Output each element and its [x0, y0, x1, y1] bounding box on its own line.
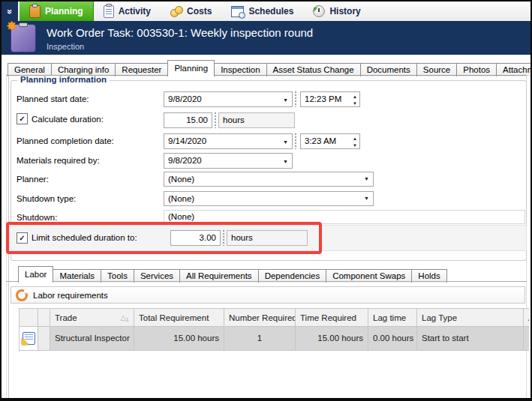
row-cell-lag-type[interactable]: Start to start	[417, 327, 524, 351]
tab-labor[interactable]: Labor	[18, 266, 53, 283]
calculate-duration-label: Calculate duration:	[32, 115, 104, 124]
edit-record-icon	[23, 332, 35, 345]
calculate-duration-value[interactable]: 15.00	[164, 112, 212, 128]
chevron-down-icon[interactable]: ▼	[283, 154, 288, 168]
planned-completion-date-label: Planned completion date:	[17, 136, 114, 145]
page-title: Work Order Task: 003530-1: Weekly inspec…	[47, 26, 313, 39]
toolbar-tab-label: Planning	[45, 6, 83, 16]
shutdown-type-select[interactable]: (None) ▼	[164, 191, 374, 206]
page-subtitle: Inspection	[47, 42, 84, 51]
shutdown-field[interactable]: (None)	[164, 210, 525, 224]
column-header-number-required[interactable]: Number Required	[224, 308, 296, 327]
spinner-up-icon: ▲	[353, 135, 357, 142]
spinner-down-icon: ▼	[353, 100, 357, 106]
toolbar-tab-history[interactable]: History	[303, 1, 370, 21]
planned-start-time-input[interactable]: 12:23 PM ▲▼	[300, 91, 360, 107]
row-cell-partial	[524, 327, 529, 351]
schedule-table-icon	[231, 6, 244, 17]
splitter-grip[interactable]	[295, 91, 296, 107]
row-cell-total-requirement[interactable]: 15.00 hours	[134, 327, 224, 351]
column-header-lag-type[interactable]: Lag Type	[417, 308, 524, 327]
toolbar-tab-label: Schedules	[248, 6, 293, 16]
column-header-total-requirement[interactable]: Total Requirement	[134, 308, 224, 327]
limit-duration-label: Limit scheduled duration to:	[32, 233, 137, 242]
spinner-down-icon: ▼	[353, 142, 357, 148]
materials-required-label: Materials required by:	[17, 156, 100, 165]
title-band: ✸ Work Order Task: 003530-1: Weekly insp…	[2, 21, 530, 55]
toolbar-tab-label: History	[329, 6, 360, 16]
splitter-grip[interactable]	[215, 112, 216, 128]
starburst-icon: ✸	[6, 18, 17, 34]
planned-start-date-input[interactable]: 9/8/2020 ▼	[164, 91, 293, 107]
checkbox-check-icon: ✓	[19, 234, 25, 242]
time-spinner[interactable]: ▲▼	[353, 135, 357, 148]
planned-completion-time-input[interactable]: 3:23 AM ▲▼	[300, 133, 360, 149]
column-header-time-required[interactable]: Time Required	[296, 308, 368, 327]
row-cell-icon[interactable]	[20, 327, 38, 351]
materials-required-date-input[interactable]: 9/8/2020 ▼	[164, 153, 293, 169]
shutdown-label: Shutdown:	[17, 213, 57, 222]
column-header-partial[interactable]: A	[524, 308, 529, 327]
limit-duration-checkbox[interactable]: ✓	[17, 232, 28, 244]
column-header-indicator[interactable]	[38, 308, 50, 327]
labor-table: △1 Trade Total Requirement Number Requir…	[19, 308, 529, 352]
planned-completion-date-input[interactable]: 9/14/2020 ▼	[164, 133, 293, 149]
table-header-row: △1 Trade Total Requirement Number Requir…	[20, 308, 529, 327]
calculate-duration-unit: hours	[218, 112, 295, 128]
row-cell-time-required[interactable]: 15.00 hours	[296, 327, 368, 351]
requirements-tab-strip: Labor Materials Tools Services All Requi…	[18, 264, 446, 283]
collapse-chevron-icon: »	[5, 9, 15, 13]
planned-start-date-label: Planned start date:	[17, 94, 89, 103]
clipboard-icon	[29, 5, 41, 18]
tab-page-border	[6, 75, 527, 76]
work-order-badge-icon: ✸	[11, 24, 36, 52]
limit-duration-unit: hours	[227, 230, 308, 246]
column-header-row-selector[interactable]	[20, 308, 38, 327]
panel-border-left-outer	[6, 73, 7, 398]
row-cell-trade[interactable]: Structural Inspector	[50, 327, 134, 351]
activity-clipboard-icon	[104, 5, 114, 18]
row-cell-lag-time[interactable]: 0.00 hours	[368, 327, 417, 351]
toolbar-tab-label: Activity	[119, 6, 151, 16]
limit-duration-value[interactable]: 3.00	[170, 230, 221, 246]
labor-requirements-title: Labor requirements	[33, 291, 108, 300]
tab-planning[interactable]: Planning	[167, 60, 215, 76]
toolbar-tab-costs[interactable]: Costs	[161, 1, 221, 21]
chevron-down-icon[interactable]: ▼	[364, 192, 369, 205]
row-cell-indicator	[38, 327, 50, 351]
coins-icon	[170, 6, 182, 16]
chevron-down-icon[interactable]: ▼	[364, 172, 369, 186]
main-tab-strip: General Charging info Requester Planning…	[8, 60, 532, 76]
toolbar-tab-schedules[interactable]: Schedules	[221, 1, 303, 21]
requirements-page-border	[6, 281, 527, 282]
app-window: » Planning Activity Costs Schedules Hist…	[0, 0, 532, 401]
planner-label: Planner:	[17, 175, 49, 184]
group-title: Planning information	[17, 75, 110, 84]
toolbar-tab-planning[interactable]: Planning	[20, 1, 94, 21]
toolbar-tab-label: Costs	[187, 6, 212, 16]
splitter-grip[interactable]	[295, 133, 296, 149]
column-header-lag-time[interactable]: Lag time	[368, 308, 417, 327]
calculate-duration-checkbox[interactable]: ✓	[17, 113, 28, 124]
column-header-trade[interactable]: △1 Trade	[50, 308, 134, 327]
planner-select[interactable]: (None) ▼	[164, 172, 374, 187]
time-spinner[interactable]: ▲▼	[353, 93, 357, 106]
splitter-grip[interactable]	[223, 230, 224, 246]
spinner-up-icon: ▲	[353, 93, 357, 100]
toolbar-tab-activity[interactable]: Activity	[94, 1, 161, 21]
labor-requirements-bar: Labor requirements	[11, 286, 525, 304]
chevron-down-icon[interactable]: ▼	[283, 92, 288, 106]
checkbox-check-icon: ✓	[19, 115, 25, 123]
row-cell-number-required[interactable]: 1	[224, 327, 296, 351]
table-row[interactable]: Structural Inspector 15.00 hours 1 15.00…	[20, 327, 529, 351]
top-toolbar: » Planning Activity Costs Schedules Hist…	[2, 1, 530, 21]
sort-ascending-icon: △1	[121, 309, 129, 327]
chevron-down-icon[interactable]: ▼	[283, 134, 288, 148]
shutdown-type-label: Shutdown type:	[17, 194, 76, 203]
orange-ring-icon	[16, 289, 28, 301]
history-clock-icon	[313, 5, 325, 17]
